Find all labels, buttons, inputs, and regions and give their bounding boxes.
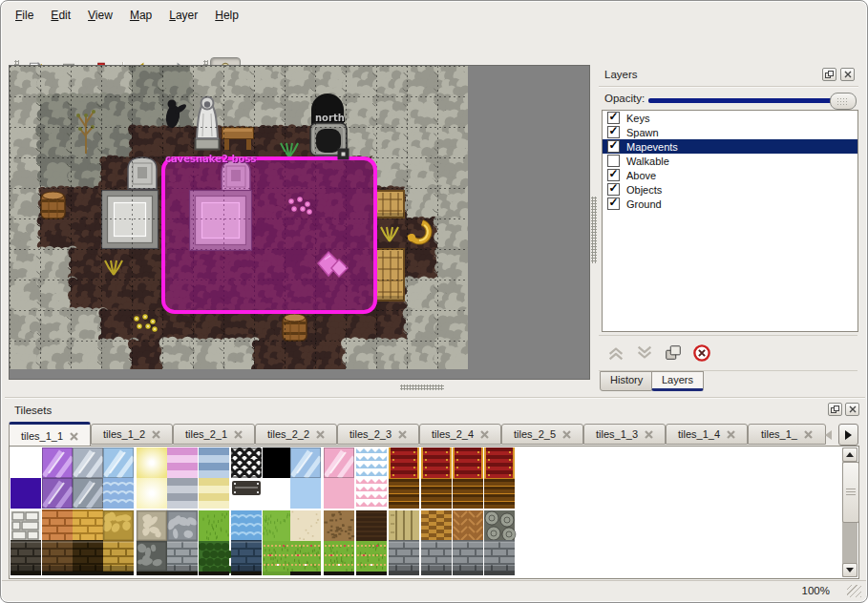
layer-name: Keys — [626, 113, 649, 124]
move-down-icon — [635, 343, 654, 363]
layer-row-spawn[interactable]: ✓Spawn — [603, 125, 857, 139]
tilesets-panel-top — [5, 397, 865, 399]
scrollbar-thumb[interactable] — [842, 462, 859, 523]
layer-name: Mapevents — [626, 141, 678, 153]
menu-file[interactable]: File — [7, 6, 42, 25]
vertical-splitter[interactable] — [591, 197, 597, 263]
menu-view[interactable]: View — [79, 6, 121, 25]
tileset-tab-label: tiles_1_ — [761, 428, 797, 440]
tileset-palette — [9, 446, 859, 579]
palette-scrollbar[interactable] — [842, 447, 857, 577]
opacity-slider-track[interactable] — [648, 98, 853, 103]
delete-layer-button[interactable] — [690, 342, 713, 364]
layer-checkbox[interactable]: ✓ — [607, 183, 620, 196]
tileset-tab-label: tiles_2_4 — [432, 428, 474, 440]
tileset-tab-tiles_2_5[interactable]: tiles_2_5 — [501, 424, 583, 445]
menu-bar: FileEditViewMapLayerHelp — [7, 5, 247, 26]
zoom-level: 100% — [802, 585, 830, 596]
dock-tab-history[interactable]: History — [600, 371, 653, 391]
right-arrow-icon — [845, 430, 852, 440]
layer-name: Ground — [626, 198, 662, 210]
tileset-tab-tiles_2_1[interactable]: tiles_2_1 — [173, 424, 255, 445]
tab-close-icon[interactable] — [398, 430, 407, 439]
tab-scroll-right-button[interactable] — [838, 424, 858, 446]
tileset-tab-label: tiles_1_3 — [596, 428, 638, 440]
delete-icon — [692, 343, 711, 363]
tileset-tab-tiles_1[interactable]: tiles_1_ — [748, 424, 826, 445]
duplicate-icon — [664, 343, 683, 363]
tileset-tab-tiles_2_2[interactable]: tiles_2_2 — [255, 424, 337, 445]
menu-map[interactable]: Map — [121, 6, 160, 25]
layer-checkbox[interactable]: ✓ — [607, 198, 620, 210]
tileset-tab-label: tiles_2_3 — [349, 428, 392, 440]
up-arrow-icon — [846, 452, 854, 457]
horizontal-splitter[interactable] — [400, 385, 444, 390]
move-layer-up-button[interactable] — [604, 342, 627, 364]
tab-close-icon[interactable] — [152, 430, 160, 439]
tab-close-icon[interactable] — [480, 430, 489, 439]
layer-row-above[interactable]: ✓Above — [603, 168, 857, 182]
menu-help[interactable]: Help — [206, 6, 247, 25]
layer-list: ✓Keys✓Spawn✓MapeventsWalkable✓Above✓Obje… — [602, 110, 858, 332]
tileset-tab-tiles_1_2[interactable]: tiles_1_2 — [91, 424, 173, 445]
layer-checkbox[interactable] — [607, 155, 620, 167]
app-window: FileEditViewMapLayerHelp — [0, 0, 868, 603]
tileset-tab-tiles_1_3[interactable]: tiles_1_3 — [583, 424, 666, 445]
tilesets-panel-title: Tilesets — [14, 405, 52, 416]
map-viewport[interactable] — [9, 65, 590, 380]
layer-row-objects[interactable]: ✓Objects — [603, 182, 857, 197]
tab-close-icon[interactable] — [234, 430, 243, 439]
layer-actions — [599, 335, 857, 371]
tab-close-icon[interactable] — [70, 432, 78, 441]
tileset-tab-label: tiles_2_2 — [267, 428, 309, 440]
tileset-tab-tiles_2_4[interactable]: tiles_2_4 — [419, 424, 501, 445]
layers-panel-divider — [599, 86, 858, 88]
move-up-icon — [606, 343, 625, 363]
opacity-slider[interactable] — [648, 92, 857, 109]
tileset-tab-label: tiles_2_5 — [514, 428, 556, 440]
map-canvas[interactable] — [10, 66, 468, 369]
tab-close-icon[interactable] — [316, 430, 325, 439]
opacity-label: Opacity: — [604, 93, 645, 104]
tab-close-icon[interactable] — [562, 430, 571, 439]
layer-checkbox[interactable]: ✓ — [607, 126, 620, 138]
layer-row-mapevents[interactable]: ✓Mapevents — [603, 139, 857, 154]
tileset-palette-canvas[interactable] — [11, 447, 517, 575]
down-arrow-icon — [846, 568, 854, 572]
tab-close-icon[interactable] — [727, 430, 735, 439]
scroll-down-button[interactable] — [842, 563, 857, 577]
tab-close-icon[interactable] — [804, 430, 813, 439]
float-icon — [831, 405, 839, 414]
tileset-tab-label: tiles_1_2 — [103, 428, 145, 440]
close-icon — [849, 405, 857, 413]
layer-checkbox[interactable]: ✓ — [607, 140, 620, 153]
layers-panel-title: Layers — [604, 69, 638, 80]
move-layer-down-button[interactable] — [633, 342, 656, 364]
layer-row-walkable[interactable]: Walkable — [603, 154, 857, 168]
tilesets-panel-float-button[interactable] — [828, 403, 842, 416]
tab-close-icon[interactable] — [645, 430, 653, 439]
tileset-tab-label: tiles_1_1 — [21, 430, 63, 442]
tilesets-panel-close-button[interactable] — [845, 403, 859, 416]
layer-row-ground[interactable]: ✓Ground — [603, 197, 857, 211]
layer-name: Objects — [626, 184, 662, 196]
tileset-tab-tiles_1_4[interactable]: tiles_1_4 — [666, 424, 748, 445]
resize-grip[interactable] — [847, 585, 861, 597]
dock-tab-layers[interactable]: Layers — [651, 371, 704, 391]
opacity-slider-handle[interactable] — [830, 93, 857, 110]
status-bar: 100% — [2, 580, 866, 601]
scroll-up-button[interactable] — [842, 447, 857, 462]
menu-edit[interactable]: Edit — [42, 6, 79, 25]
tab-scroll-left-button[interactable] — [825, 430, 832, 440]
duplicate-layer-button[interactable] — [662, 342, 685, 364]
tileset-tab-tiles_2_3[interactable]: tiles_2_3 — [337, 424, 419, 445]
tileset-tab-tiles_1_1[interactable]: tiles_1_1 — [9, 422, 91, 447]
layer-checkbox[interactable]: ✓ — [607, 169, 620, 181]
layer-row-keys[interactable]: ✓Keys — [603, 111, 857, 125]
menu-layer[interactable]: Layer — [160, 6, 206, 25]
layer-checkbox[interactable]: ✓ — [607, 112, 620, 124]
layer-name: Above — [626, 170, 656, 181]
layers-panel-float-button[interactable] — [822, 68, 836, 81]
float-icon — [825, 71, 834, 79]
layers-panel-close-button[interactable] — [840, 68, 855, 81]
